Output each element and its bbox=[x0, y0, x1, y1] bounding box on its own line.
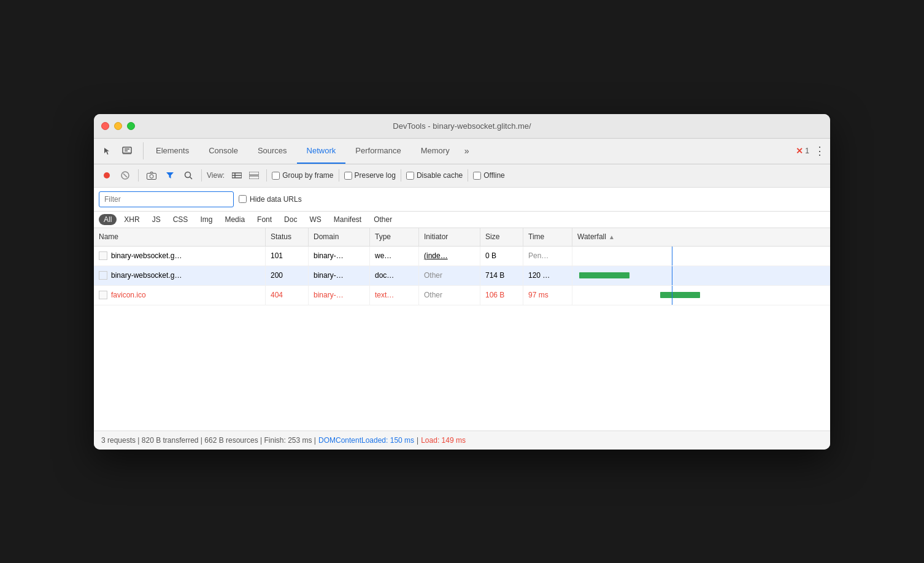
filter-input[interactable] bbox=[99, 191, 234, 207]
preserve-log-checkbox[interactable] bbox=[344, 172, 352, 180]
offline-checkbox[interactable] bbox=[473, 172, 481, 180]
offline-group: Offline bbox=[473, 171, 504, 180]
hide-data-urls-label: Hide data URLs bbox=[250, 195, 302, 204]
type-filter-bar: All XHR JS CSS Img Media Font Doc WS Man… bbox=[94, 212, 830, 228]
type-filter-xhr[interactable]: XHR bbox=[119, 214, 144, 225]
maximize-button[interactable] bbox=[127, 122, 135, 130]
type-filter-img[interactable]: Img bbox=[195, 214, 217, 225]
cell-size-1: 714 B bbox=[480, 266, 523, 285]
cell-type-1: doc… bbox=[370, 266, 419, 285]
type-filter-other[interactable]: Other bbox=[369, 214, 397, 225]
type-filter-js[interactable]: JS bbox=[147, 214, 166, 225]
cell-type-0: we… bbox=[370, 247, 419, 266]
cell-name-0: binary-websocket.g… bbox=[94, 247, 266, 266]
col-waterfall[interactable]: Waterfall ▲ bbox=[572, 228, 830, 246]
tab-elements[interactable]: Elements bbox=[146, 139, 199, 164]
tab-performance[interactable]: Performance bbox=[345, 139, 410, 164]
load-time: Load: 149 ms bbox=[421, 436, 466, 445]
cell-initiator-2: Other bbox=[419, 286, 480, 305]
file-icon bbox=[99, 251, 107, 260]
tab-sources[interactable]: Sources bbox=[248, 139, 297, 164]
col-time[interactable]: Time bbox=[523, 228, 572, 246]
tab-icons bbox=[99, 142, 136, 159]
cell-type-2: text… bbox=[370, 286, 419, 305]
cell-status-2: 404 bbox=[266, 286, 309, 305]
type-filter-all[interactable]: All bbox=[99, 214, 117, 225]
tabs: Elements Console Sources Network Perform… bbox=[146, 139, 796, 164]
close-button[interactable] bbox=[101, 122, 109, 130]
status-text: 3 requests | 820 B transferred | 662 B r… bbox=[101, 436, 316, 445]
type-filter-media[interactable]: Media bbox=[220, 214, 250, 225]
table-row[interactable]: favicon.ico 404 binary-… text… Other 106… bbox=[94, 286, 830, 305]
toolbar-sep-1 bbox=[138, 169, 139, 182]
cell-domain-1: binary-… bbox=[309, 266, 370, 285]
tab-network[interactable]: Network bbox=[297, 139, 346, 164]
search-button[interactable] bbox=[180, 167, 196, 183]
cell-time-0: Pen… bbox=[523, 247, 572, 266]
tab-bar: Elements Console Sources Network Perform… bbox=[94, 139, 830, 164]
cursor-icon[interactable] bbox=[99, 142, 116, 159]
type-filter-manifest[interactable]: Manifest bbox=[329, 214, 366, 225]
tab-memory[interactable]: Memory bbox=[411, 139, 460, 164]
error-icon: ✕ bbox=[796, 146, 803, 156]
group-by-frame-label: Group by frame bbox=[282, 171, 333, 180]
table-body: binary-websocket.g… 101 binary-… we… (in… bbox=[94, 247, 830, 431]
disable-cache-group: Disable cache bbox=[406, 171, 463, 180]
cell-domain-2: binary-… bbox=[309, 286, 370, 305]
camera-button[interactable] bbox=[144, 167, 160, 183]
error-count: 1 bbox=[805, 147, 809, 155]
col-domain[interactable]: Domain bbox=[309, 228, 370, 246]
network-toolbar: View: Group by frame Preserve bbox=[94, 164, 830, 188]
cell-status-1: 200 bbox=[266, 266, 309, 285]
cell-domain-0: binary-… bbox=[309, 247, 370, 266]
sort-arrow-icon: ▲ bbox=[609, 234, 615, 240]
preserve-log-group: Preserve log bbox=[344, 171, 396, 180]
cell-size-2: 106 B bbox=[480, 286, 523, 305]
hide-data-urls-checkbox[interactable] bbox=[239, 195, 247, 203]
minimize-button[interactable] bbox=[114, 122, 122, 130]
traffic-lights bbox=[101, 122, 135, 130]
col-name[interactable]: Name bbox=[94, 228, 266, 246]
toolbar-sep-4 bbox=[339, 169, 339, 182]
svg-rect-17 bbox=[249, 172, 259, 175]
cell-name-2: favicon.ico bbox=[94, 286, 266, 305]
type-filter-font[interactable]: Font bbox=[252, 214, 277, 225]
col-size[interactable]: Size bbox=[480, 228, 523, 246]
filter-button[interactable] bbox=[162, 167, 178, 183]
devtools-more-button[interactable]: ⋮ bbox=[814, 144, 825, 158]
col-type[interactable]: Type bbox=[370, 228, 419, 246]
title-bar: DevTools - binary-websocket.glitch.me/ bbox=[94, 114, 830, 139]
disable-cache-checkbox[interactable] bbox=[406, 172, 414, 180]
col-initiator[interactable]: Initiator bbox=[419, 228, 480, 246]
cell-waterfall-2 bbox=[572, 286, 830, 305]
hide-data-urls-group: Hide data URLs bbox=[239, 195, 302, 204]
file-icon bbox=[99, 271, 107, 280]
filter-bar: Hide data URLs bbox=[94, 188, 830, 212]
col-status[interactable]: Status bbox=[266, 228, 309, 246]
window-title: DevTools - binary-websocket.glitch.me/ bbox=[393, 121, 531, 131]
cell-initiator-1: Other bbox=[419, 266, 480, 285]
view-list-button[interactable] bbox=[229, 168, 244, 183]
table-row[interactable]: binary-websocket.g… 101 binary-… we… (in… bbox=[94, 247, 830, 266]
tab-console[interactable]: Console bbox=[199, 139, 248, 164]
type-filter-css[interactable]: CSS bbox=[168, 214, 193, 225]
svg-point-8 bbox=[150, 174, 153, 178]
more-tabs-button[interactable]: » bbox=[460, 146, 474, 156]
group-by-frame-checkbox[interactable] bbox=[272, 172, 280, 180]
type-filter-ws[interactable]: WS bbox=[304, 214, 326, 225]
inspect-icon[interactable] bbox=[118, 142, 136, 159]
file-icon bbox=[99, 291, 107, 299]
tab-right-controls: ✕ 1 ⋮ bbox=[796, 144, 825, 158]
table-header: Name Status Domain Type Initiator Size T… bbox=[94, 228, 830, 247]
stop-button[interactable] bbox=[117, 167, 133, 183]
preserve-log-label: Preserve log bbox=[355, 171, 396, 180]
table-row[interactable]: binary-websocket.g… 200 binary-… doc… Ot… bbox=[94, 266, 830, 286]
view-label: View: bbox=[207, 171, 225, 180]
svg-rect-1 bbox=[123, 152, 131, 155]
cell-status-0: 101 bbox=[266, 247, 309, 266]
view-large-button[interactable] bbox=[247, 168, 261, 183]
toolbar-sep-2 bbox=[201, 169, 202, 182]
type-filter-doc[interactable]: Doc bbox=[279, 214, 302, 225]
tab-separator bbox=[143, 142, 144, 159]
record-button[interactable] bbox=[99, 167, 115, 183]
